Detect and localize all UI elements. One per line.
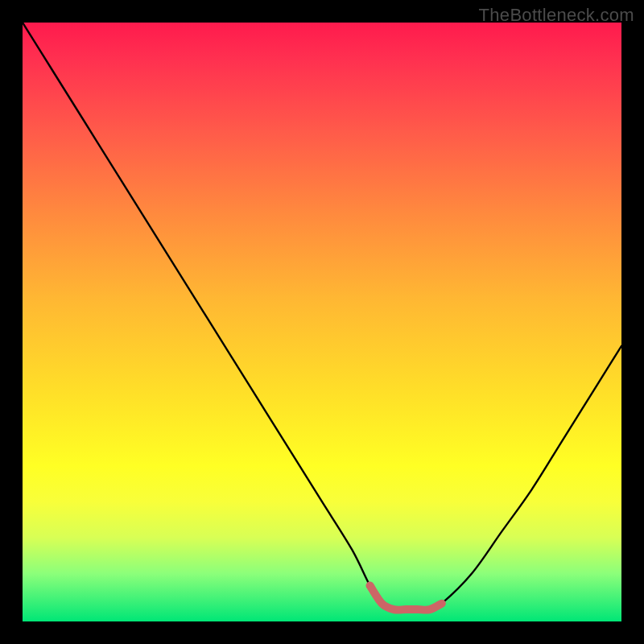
curve-layer — [23, 23, 621, 621]
plot-area — [23, 23, 621, 621]
watermark-text: TheBottleneck.com — [479, 5, 634, 26]
chart-frame: TheBottleneck.com — [0, 0, 644, 644]
highlight-segment — [370, 585, 442, 609]
bottleneck-curve — [23, 23, 621, 610]
